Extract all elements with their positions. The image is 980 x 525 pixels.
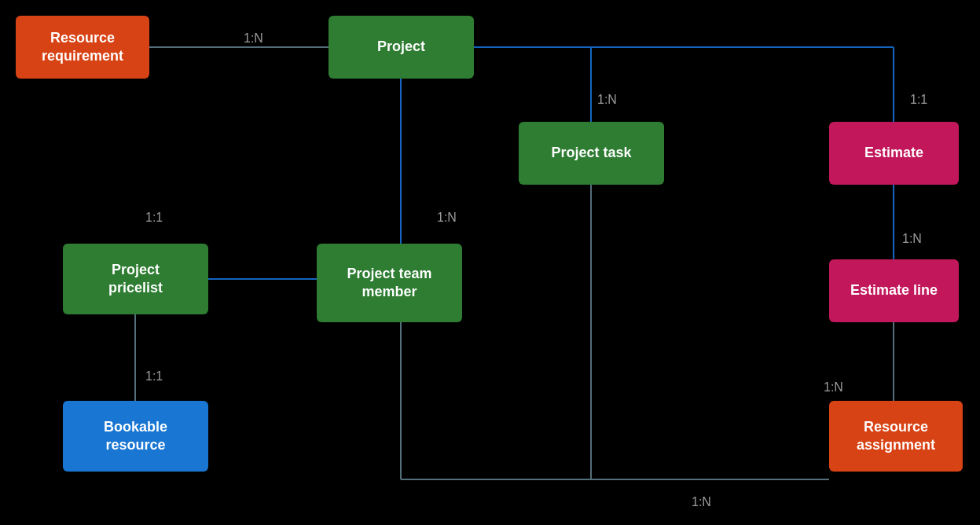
rel-proj-to-est: 1:1 <box>910 93 927 107</box>
resource-requirement-node: Resource requirement <box>16 16 149 79</box>
rel-pricelist-to-bookable: 1:1 <box>145 369 163 384</box>
rel-proj-to-team: 1:N <box>437 211 457 225</box>
project-team-member-node: Project team member <box>317 244 462 322</box>
diagram-container: Resource requirement Project Project tas… <box>0 0 980 525</box>
project-pricelist-node: Project pricelist <box>63 244 208 314</box>
rel-proj-to-pricelist: 1:1 <box>145 211 163 225</box>
project-node: Project <box>329 16 474 79</box>
estimate-node: Estimate <box>829 122 959 185</box>
rel-est-to-estline: 1:N <box>902 232 922 246</box>
bookable-resource-node: Bookable resource <box>63 401 208 472</box>
estimate-line-node: Estimate line <box>829 259 959 322</box>
rel-proj-to-task: 1:N <box>597 93 617 107</box>
resource-assignment-node: Resource assignment <box>829 401 963 472</box>
rel-team-to-ra: 1:N <box>824 380 843 395</box>
rel-rr-to-proj: 1:N <box>244 31 263 46</box>
project-task-node: Project task <box>519 122 664 185</box>
rel-task-to-ra: 1:N <box>692 495 711 509</box>
